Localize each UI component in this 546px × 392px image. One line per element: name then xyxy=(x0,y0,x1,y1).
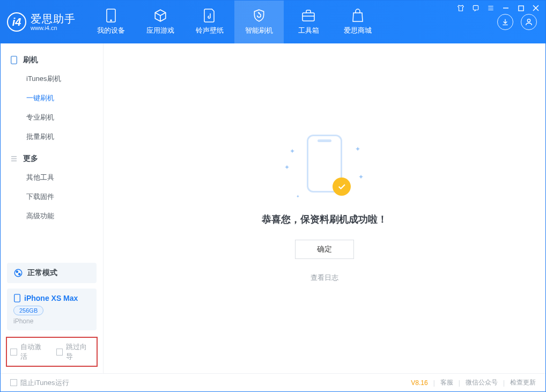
main-content: ✦ ✦ ✦ ✦ ✦ 恭喜您，保资料刷机成功啦！ 确定 查看日志 xyxy=(104,43,545,373)
tab-toolbox[interactable]: 工具箱 xyxy=(284,1,333,43)
checkbox-icon xyxy=(56,349,63,356)
sparkle-icon: ✦ xyxy=(355,145,360,153)
checkbox-auto-activate[interactable]: 自动激活 xyxy=(10,342,48,361)
sidebar-item-batch-flash[interactable]: 批量刷机 xyxy=(1,127,103,146)
app-title: 爱思助手 xyxy=(31,13,76,25)
options-highlighted: 自动激活 跳过向导 xyxy=(6,337,98,367)
tab-label: 我的设备 xyxy=(97,26,125,35)
separator: | xyxy=(503,379,505,387)
sidebar: 刷机 iTunes刷机 一键刷机 专业刷机 批量刷机 更多 其他工具 下载固件 … xyxy=(1,43,104,373)
success-message: 恭喜您，保资料刷机成功啦！ xyxy=(262,213,387,226)
tab-label: 工具箱 xyxy=(298,26,319,35)
sidebar-item-download-firmware[interactable]: 下载固件 xyxy=(1,187,103,206)
music-file-icon xyxy=(204,9,216,23)
sidebar-item-advanced[interactable]: 高级功能 xyxy=(1,206,103,226)
skin-icon[interactable] xyxy=(456,4,465,12)
shield-refresh-icon xyxy=(252,9,266,23)
checkbox-label: 跳过向导 xyxy=(66,342,93,361)
sidebar-item-pro-flash[interactable]: 专业刷机 xyxy=(1,108,103,127)
tab-my-device[interactable]: 我的设备 xyxy=(86,1,136,43)
sidebar-section-more: 更多 xyxy=(1,150,103,168)
mode-card[interactable]: 正常模式 xyxy=(7,263,97,283)
check-update-link[interactable]: 检查更新 xyxy=(510,378,536,387)
tab-apps-games[interactable]: 应用游戏 xyxy=(136,1,185,43)
minimize-button[interactable] xyxy=(501,4,510,12)
sparkle-icon: ✦ xyxy=(358,173,364,181)
device-type: iPhone xyxy=(13,317,90,325)
window-controls xyxy=(456,4,540,12)
tab-label: 铃声壁纸 xyxy=(196,26,224,35)
user-button[interactable] xyxy=(521,14,537,30)
svg-point-3 xyxy=(110,20,112,21)
sparkle-icon: ✦ xyxy=(290,147,295,155)
phone-icon xyxy=(10,56,19,64)
tab-label: 爱思商城 xyxy=(344,26,372,35)
device-phone-icon xyxy=(13,294,21,302)
maximize-button[interactable] xyxy=(517,4,525,12)
device-name: iPhone XS Max xyxy=(24,294,78,302)
sidebar-item-itunes-flash[interactable]: iTunes刷机 xyxy=(1,69,103,88)
app-logo: i4 爱思助手 www.i4.cn xyxy=(7,12,76,32)
support-link[interactable]: 客服 xyxy=(440,378,453,387)
sparkle-icon: ✦ xyxy=(284,164,290,171)
sidebar-item-oneclick-flash[interactable]: 一键刷机 xyxy=(1,88,103,108)
sidebar-section-flash: 刷机 xyxy=(1,51,103,69)
section-label: 更多 xyxy=(23,154,38,164)
cube-icon xyxy=(153,9,167,23)
tab-label: 智能刷机 xyxy=(245,26,273,35)
checkbox-skip-guide[interactable]: 跳过向导 xyxy=(56,342,94,361)
app-url: www.i4.cn xyxy=(31,25,76,31)
logo-icon: i4 xyxy=(7,12,26,32)
wechat-link[interactable]: 微信公众号 xyxy=(466,378,498,387)
mode-icon xyxy=(13,268,23,278)
status-bar: 阻止iTunes运行 V8.16 | 客服 | 微信公众号 | 检查更新 xyxy=(1,373,545,391)
device-storage: 256GB xyxy=(13,306,43,315)
toolbox-icon xyxy=(301,9,315,23)
list-icon xyxy=(10,155,19,162)
svg-rect-0 xyxy=(473,5,478,10)
view-log-link[interactable]: 查看日志 xyxy=(311,273,338,283)
svg-point-8 xyxy=(16,271,18,272)
sparkle-icon: ✦ xyxy=(296,194,300,199)
ok-button[interactable]: 确定 xyxy=(295,240,354,259)
svg-point-7 xyxy=(14,269,22,277)
checkbox-label: 阻止iTunes运行 xyxy=(20,378,69,388)
sidebar-item-other-tools[interactable]: 其他工具 xyxy=(1,168,103,187)
svg-point-9 xyxy=(19,273,20,275)
tab-smart-flash[interactable]: 智能刷机 xyxy=(234,1,284,43)
menu-icon[interactable] xyxy=(486,4,495,12)
check-badge-icon xyxy=(333,177,351,196)
checkbox-label: 自动激活 xyxy=(20,342,48,361)
separator: | xyxy=(433,379,435,387)
svg-rect-1 xyxy=(518,5,523,10)
close-button[interactable] xyxy=(532,4,540,12)
checkbox-block-itunes[interactable]: 阻止iTunes运行 xyxy=(10,378,69,388)
mode-label: 正常模式 xyxy=(27,268,57,278)
version-label: V8.16 xyxy=(411,379,427,387)
device-card[interactable]: iPhone XS Max 256GB iPhone xyxy=(7,289,97,330)
checkbox-icon xyxy=(10,349,17,356)
svg-rect-10 xyxy=(14,294,20,302)
tab-label: 应用游戏 xyxy=(146,26,174,35)
tab-ringtone-wallpaper[interactable]: 铃声壁纸 xyxy=(185,1,234,43)
device-icon xyxy=(106,9,116,23)
svg-rect-6 xyxy=(11,56,17,64)
success-illustration: ✦ ✦ ✦ ✦ ✦ xyxy=(284,135,365,199)
svg-rect-4 xyxy=(302,13,314,21)
bag-icon xyxy=(351,9,364,23)
separator: | xyxy=(459,379,460,387)
download-button[interactable] xyxy=(497,14,513,30)
tab-store[interactable]: 爱思商城 xyxy=(333,1,382,43)
section-label: 刷机 xyxy=(23,55,38,65)
svg-point-5 xyxy=(527,19,530,22)
main-tabs: 我的设备 应用游戏 铃声壁纸 智能刷机 工具箱 爱思商城 xyxy=(86,1,382,43)
feedback-icon[interactable] xyxy=(471,4,480,12)
checkbox-icon xyxy=(10,379,17,386)
